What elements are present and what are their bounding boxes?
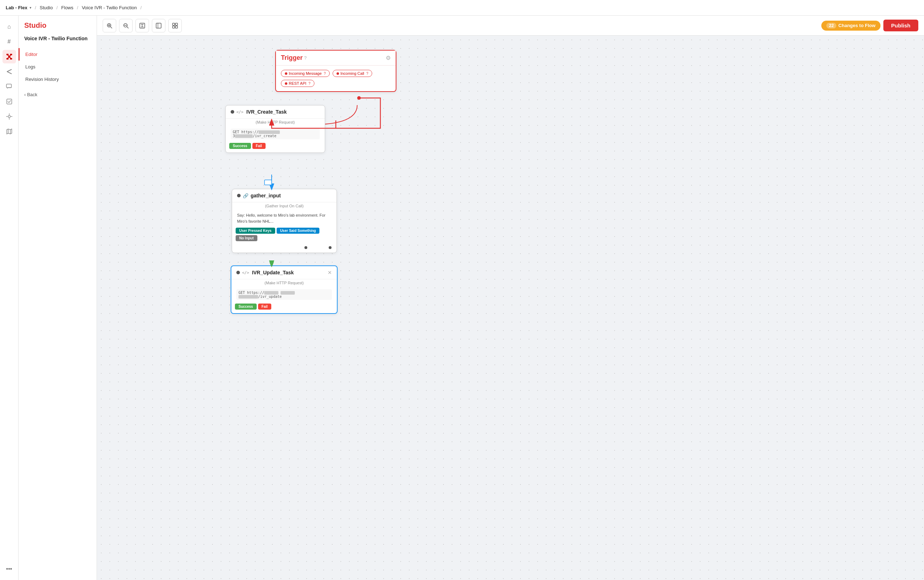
top-bar: Lab - Flex ▾ / Studio / Flows / Voice IV… [0, 0, 924, 16]
ivr-update-url-suffix: /ivr_update [258, 295, 282, 298]
right-area: 22 Changes to Flow Publish [97, 16, 924, 580]
trigger-body: Incoming Message ? Incoming Call ? REST … [276, 66, 396, 91]
sidebar-item-tools[interactable] [3, 110, 16, 123]
svg-rect-9 [7, 84, 12, 87]
zoom-in-button[interactable] [103, 19, 116, 33]
ivr-update-url-redacted3 [239, 295, 258, 298]
gather-input-node[interactable]: 🔗 gather_input (Gather Input On Call) Sa… [232, 189, 337, 253]
svg-rect-4 [10, 58, 12, 59]
trigger-node[interactable]: Trigger ? ⚙ Incoming Message ? [275, 50, 396, 92]
panel-button[interactable] [152, 19, 165, 33]
publish-button[interactable]: Publish [883, 20, 918, 31]
trigger-title: Trigger [281, 54, 303, 62]
ivr-create-method: GET [233, 130, 239, 134]
changes-label: Changes to Flow [838, 23, 876, 28]
breadcrumb-flows[interactable]: Flows [61, 5, 73, 10]
gather-description: Say: Hello, welcome to Miro's lab enviro… [232, 209, 337, 227]
svg-point-21 [357, 96, 361, 100]
incoming-call-dot [337, 72, 339, 75]
ivr-update-tag-success: Success [235, 303, 257, 310]
gather-link-icon: 🔗 [243, 193, 249, 198]
ivr-update-url: GET https:// /ivr_update [236, 289, 332, 300]
rest-api-info: ? [309, 82, 310, 86]
ivr-create-code-icon: </> [236, 110, 244, 114]
gather-dot [237, 194, 241, 198]
back-button[interactable]: ‹ Back [18, 88, 97, 101]
ivr-create-tag-success: Success [229, 143, 251, 149]
fit-button[interactable] [135, 19, 149, 33]
svg-rect-18 [175, 23, 178, 25]
ivr-create-tags: Success Fail [226, 143, 325, 153]
incoming-message-label: Incoming Message [289, 71, 322, 76]
gather-said-dot [304, 246, 307, 249]
changes-to-flow-button[interactable]: 22 Changes to Flow [821, 21, 880, 31]
trigger-pill-rest-api[interactable]: REST API ? [281, 80, 314, 87]
ivr-create-url-redacted1 [259, 130, 280, 134]
nav-item-logs[interactable]: Logs [18, 61, 97, 73]
grid-button[interactable] [168, 19, 182, 33]
ivr-update-task-node[interactable]: </> IVR_Update_Task ✕ (Make HTTP Request… [231, 265, 338, 314]
incoming-message-info: ? [324, 72, 326, 76]
zoom-out-button[interactable] [119, 19, 133, 33]
sidebar-item-routes[interactable] [3, 65, 16, 78]
ivr-create-dot [231, 110, 234, 114]
trigger-settings-icon[interactable]: ⚙ [386, 54, 391, 61]
svg-rect-10 [7, 99, 12, 104]
svg-rect-3 [7, 58, 8, 59]
sidebar-item-tasks[interactable] [3, 95, 16, 108]
icon-sidebar: ⌂ # [0, 16, 18, 580]
incoming-message-dot [285, 72, 287, 75]
canvas-area[interactable]: Trigger ? ⚙ Incoming Message ? [97, 36, 924, 580]
svg-rect-17 [173, 23, 175, 25]
incoming-call-info: ? [366, 72, 369, 76]
gather-header: 🔗 gather_input [232, 189, 337, 203]
ivr-update-method: GET [239, 291, 245, 295]
gather-title: gather_input [251, 193, 281, 198]
ivr-update-subtitle: (Make HTTP Request) [231, 279, 337, 287]
left-panel: Studio Voice IVR - Twilio Function Edito… [18, 16, 97, 580]
trigger-header: Trigger ? ⚙ [276, 51, 396, 66]
sidebar-item-hashtag[interactable]: # [3, 35, 16, 48]
breadcrumb-flow-name[interactable]: Voice IVR - Twilio Function [82, 5, 137, 10]
studio-label: Studio [18, 21, 97, 35]
sidebar-item-flows[interactable] [3, 50, 16, 63]
svg-rect-2 [8, 56, 10, 58]
ivr-update-dot [236, 271, 240, 274]
ivr-update-close-button[interactable]: ✕ [328, 270, 332, 275]
ivr-create-url-redacted2 [235, 134, 253, 138]
app-name[interactable]: Lab - Flex [6, 5, 28, 10]
changes-count: 22 [826, 23, 836, 28]
nav-item-editor[interactable]: Editor [18, 48, 97, 61]
svg-rect-0 [7, 54, 8, 55]
gather-tag-user-pressed: User Pressed Keys [236, 227, 275, 234]
svg-rect-19 [173, 26, 175, 28]
toolbar: 22 Changes to Flow Publish [97, 16, 924, 36]
app-dropdown-arrow[interactable]: ▾ [30, 6, 31, 10]
sidebar-item-home[interactable]: ⌂ [3, 20, 16, 33]
ivr-create-url-prefix: https:// [241, 130, 259, 134]
ivr-create-task-node[interactable]: </> IVR_Create_Task (Make HTTP Request) … [225, 105, 325, 153]
svg-line-7 [8, 58, 9, 58]
incoming-call-label: Incoming Call [340, 71, 364, 76]
trigger-pill-incoming-message[interactable]: Incoming Message ? [281, 70, 330, 77]
sidebar-item-chat[interactable] [3, 80, 16, 93]
nav-item-revision-history[interactable]: Revision History [18, 73, 97, 86]
gather-noinput-dot [329, 246, 332, 249]
rest-api-dot [285, 82, 287, 85]
flow-title: Voice IVR - Twilio Function [18, 35, 97, 48]
connector-lines [97, 36, 667, 463]
ivr-create-url-suffix: /ivr_create [253, 134, 276, 138]
ivr-update-url-redacted2 [280, 291, 295, 295]
flow-arrows [97, 36, 667, 463]
ivr-create-title: IVR_Create_Task [246, 109, 287, 115]
sidebar-item-map[interactable] [3, 125, 16, 138]
sidebar-item-more[interactable]: ••• [3, 562, 16, 576]
ivr-update-url-redacted1 [264, 291, 279, 295]
ivr-update-url-prefix: https:// [247, 291, 264, 295]
ivr-update-tags: Success Fail [231, 303, 337, 313]
ivr-update-tag-fail: Fail [258, 303, 271, 310]
trigger-pill-incoming-call[interactable]: Incoming Call ? [333, 70, 372, 77]
breadcrumb-studio[interactable]: Studio [40, 5, 53, 10]
svg-line-8 [9, 58, 11, 58]
ivr-create-body: GET https:// 3/ivr_create [226, 126, 325, 143]
